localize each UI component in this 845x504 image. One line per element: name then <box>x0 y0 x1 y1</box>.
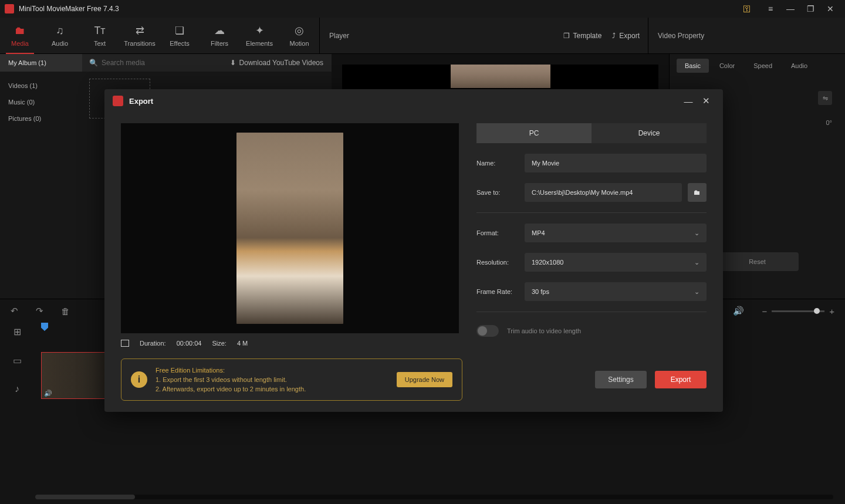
template-button[interactable]: ❐Template <box>563 32 602 40</box>
sidebar-item-pictures[interactable]: Pictures (0) <box>0 110 82 127</box>
export-icon: ⤴ <box>612 32 616 40</box>
template-icon: ❐ <box>563 32 570 40</box>
framerate-select[interactable]: 30 fps⌄ <box>525 282 707 301</box>
audio-track-icon: ♪ <box>15 384 19 394</box>
close-window-icon[interactable]: ✕ <box>820 0 840 18</box>
export-button[interactable]: ⤴Export <box>612 32 640 40</box>
saveto-input[interactable]: C:\Users\bj\Desktop\My Movie.mp4 <box>525 183 682 202</box>
player-panel-label: Player ❐Template ⤴Export <box>319 18 648 53</box>
titlebar: MiniTool MovieMaker Free 7.4.3 ⚿ ≡ — ❐ ✕ <box>0 0 845 18</box>
size-label: Size: <box>212 340 226 347</box>
duration-value: 00:00:04 <box>177 340 202 347</box>
export-tab-pc[interactable]: PC <box>476 123 592 143</box>
film-icon <box>121 340 129 347</box>
undo-icon[interactable]: ↶ <box>11 306 18 316</box>
settings-button[interactable]: Settings <box>595 371 647 388</box>
chevron-down-icon: ⌄ <box>694 288 699 296</box>
export-tab-device[interactable]: Device <box>592 123 707 143</box>
sidebar-item-music[interactable]: Music (0) <box>0 94 82 110</box>
browse-folder-button[interactable]: 🖿 <box>688 183 707 202</box>
duration-label: Duration: <box>140 340 166 347</box>
video-track-icon: ▭ <box>13 355 22 366</box>
format-select[interactable]: MP4⌄ <box>525 224 707 242</box>
app-title: MiniTool MovieMaker Free 7.4.3 <box>19 5 737 13</box>
tab-motion[interactable]: ◎Motion <box>279 18 319 53</box>
tab-text[interactable]: TтText <box>80 18 120 53</box>
hamburger-menu-icon[interactable]: ≡ <box>760 0 780 18</box>
export-confirm-button[interactable]: Export <box>655 371 707 388</box>
clip-audio-icon: 🔊 <box>44 390 52 397</box>
saveto-label: Save to: <box>476 189 519 196</box>
effects-icon: ❏ <box>175 24 184 37</box>
tab-elements[interactable]: ✦Elements <box>239 18 279 53</box>
prop-tab-audio[interactable]: Audio <box>783 59 816 73</box>
redo-icon[interactable]: ↷ <box>36 306 43 316</box>
motion-icon: ◎ <box>295 24 304 37</box>
name-input[interactable]: My Movie <box>525 154 707 172</box>
app-logo-icon <box>5 4 14 13</box>
reset-button[interactable]: Reset <box>716 252 799 271</box>
search-icon: 🔍 <box>89 59 98 67</box>
flip-icon[interactable]: ⇋ <box>818 91 832 105</box>
sidebar-item-videos[interactable]: Videos (1) <box>0 77 82 94</box>
add-track-icon[interactable]: ⊞ <box>13 326 21 337</box>
tab-media[interactable]: 🖿Media <box>0 18 40 53</box>
prop-tab-color[interactable]: Color <box>711 59 743 73</box>
info-icon: i <box>131 371 147 388</box>
search-media-input[interactable]: 🔍Search media <box>82 59 230 67</box>
export-title: Export <box>129 97 680 106</box>
timeline-scrollbar[interactable] <box>35 495 833 499</box>
zoom-in-icon[interactable]: + <box>829 306 834 316</box>
license-key-icon[interactable]: ⚿ <box>737 0 757 18</box>
tab-transitions[interactable]: ⇄Transitions <box>120 18 160 53</box>
download-youtube-button[interactable]: ⬇Download YouTube Videos <box>230 59 332 67</box>
resolution-select[interactable]: 1920x1080⌄ <box>525 253 707 272</box>
tab-audio[interactable]: ♫Audio <box>40 18 80 53</box>
download-icon: ⬇ <box>230 59 236 67</box>
zoom-slider[interactable]: − + <box>762 306 834 316</box>
upgrade-now-button[interactable]: Upgrade Now <box>397 372 452 387</box>
export-logo-icon <box>113 96 123 106</box>
elements-icon: ✦ <box>255 24 264 37</box>
delete-icon[interactable]: 🗑 <box>61 306 70 316</box>
filters-icon: ☁ <box>214 24 225 37</box>
dialog-minimize-icon[interactable]: — <box>680 96 697 106</box>
name-label: Name: <box>476 160 519 167</box>
video-property-label: Video Property <box>648 18 824 53</box>
transitions-icon: ⇄ <box>136 24 144 37</box>
tab-filters[interactable]: ☁Filters <box>200 18 239 53</box>
format-label: Format: <box>476 229 519 236</box>
preview-thumbnail <box>451 65 550 88</box>
zoom-out-icon[interactable]: − <box>762 306 767 316</box>
export-preview <box>121 123 459 333</box>
folder-icon: 🖿 <box>694 188 701 197</box>
toolbar: 🖿Media ♫Audio TтText ⇄Transitions ❏Effec… <box>0 18 845 54</box>
folder-icon: 🖿 <box>15 25 25 37</box>
music-note-icon: ♫ <box>56 25 64 37</box>
export-dialog: Export — ✕ Duration: 00:00:04 Size: 4 M … <box>104 89 723 412</box>
framerate-label: Frame Rate: <box>476 288 519 295</box>
my-album-tab[interactable]: My Album (1) <box>0 54 82 72</box>
minimize-icon[interactable]: — <box>780 0 800 18</box>
chevron-down-icon: ⌄ <box>694 259 699 266</box>
maximize-icon[interactable]: ❐ <box>800 0 820 18</box>
prop-tab-speed[interactable]: Speed <box>745 59 780 73</box>
prop-tab-basic[interactable]: Basic <box>677 59 709 73</box>
resolution-label: Resolution: <box>476 259 519 266</box>
trim-audio-toggle[interactable] <box>476 325 499 337</box>
speaker-icon[interactable]: 🔊 <box>733 306 744 316</box>
chevron-down-icon: ⌄ <box>694 229 699 237</box>
free-edition-warning: i Free Edition Limitations: 1. Export th… <box>121 358 462 401</box>
text-icon: Tт <box>94 25 105 37</box>
tab-effects[interactable]: ❏Effects <box>160 18 200 53</box>
limits-line1: 1. Export the first 3 videos without len… <box>156 375 388 384</box>
dialog-close-icon[interactable]: ✕ <box>697 96 715 106</box>
limits-line2: 2. Afterwards, export video up to 2 minu… <box>156 384 388 394</box>
playhead[interactable] <box>41 323 48 331</box>
rotate-value: 0° <box>826 119 832 126</box>
trim-audio-label: Trim audio to video length <box>507 327 581 334</box>
size-value: 4 M <box>237 340 248 347</box>
limits-heading: Free Edition Limitations: <box>156 366 388 375</box>
